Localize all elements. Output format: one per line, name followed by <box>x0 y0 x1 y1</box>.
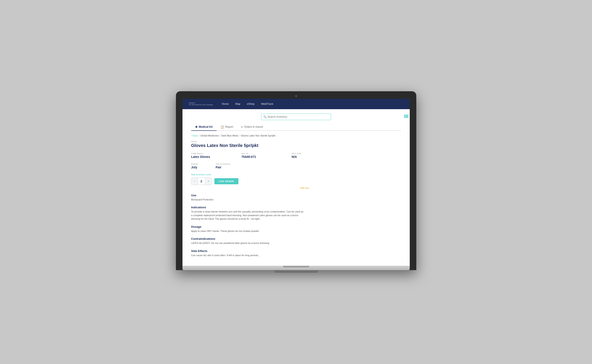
increment-button[interactable]: + <box>206 178 212 185</box>
svg-rect-7 <box>408 114 408 118</box>
search-icon: 🔍 <box>263 115 267 118</box>
laptop-notch <box>283 266 309 267</box>
unit-value: Pair <box>216 166 231 169</box>
indications-section-title: Indications <box>191 206 401 209</box>
quantity-value: 2 <box>198 178 206 185</box>
svg-rect-6 <box>408 114 408 118</box>
contraindications-section-title: Contraindications <box>191 237 401 240</box>
breadcrumb-global-medicines[interactable]: Global Medicines <box>200 134 219 137</box>
svg-rect-0 <box>404 114 405 118</box>
expires-field: Expires July <box>191 163 198 169</box>
breadcrumb-dark-blue-meds[interactable]: Dark Blue Meds <box>221 134 238 137</box>
decrement-button[interactable]: − <box>192 178 198 185</box>
svg-rect-2 <box>405 114 406 118</box>
details-grid: Trade Name Latex Gloves Item ID 75448-07… <box>191 152 401 158</box>
expires-label: Expires <box>191 163 198 165</box>
trade-name-field: Trade Name Latex Gloves <box>191 152 235 158</box>
quantity-stepper: − 2 + <box>191 177 212 185</box>
laptop-screen: MedAire An International SOS company Hom… <box>182 99 410 266</box>
nav-map[interactable]: Map <box>235 102 240 105</box>
breadcrumb: ‹ Back / Global Medicines / Dark Blue Me… <box>191 134 401 137</box>
item-id-value: 75448-071 <box>241 155 285 158</box>
use-section-text: Biohazard Protection <box>191 198 305 202</box>
use-all-link[interactable]: USE ALL <box>209 187 401 189</box>
mca-code-field: MCA code N/A <box>292 152 335 158</box>
orders-icon: ≡ <box>241 125 243 129</box>
nav-meditrack[interactable]: MediTrack <box>261 102 273 105</box>
side-effects-section-text: Can cause dry skin if used often. If lef… <box>191 254 305 257</box>
indications-section-text: To provide a clean barrier between you a… <box>191 210 305 221</box>
unit-label: Unit of measure <box>216 163 231 165</box>
nav-links: Home Map eShop MediTrack <box>222 102 273 105</box>
log-usage-button[interactable]: LOG USAGE <box>214 178 239 184</box>
nav-home[interactable]: Home <box>222 102 229 105</box>
laptop-base <box>182 266 410 270</box>
name-field-label: Name <box>191 140 401 143</box>
mca-code-label: MCA code <box>292 152 335 155</box>
tab-orders-in-transit[interactable]: ≡ Orders In transit <box>237 124 267 131</box>
expires-value: July <box>191 166 198 169</box>
use-section-title: Use <box>191 194 401 197</box>
unit-field: Unit of measure Pair <box>216 163 231 169</box>
expires-unit-row: Expires July Unit of measure Pair <box>191 163 401 169</box>
mca-code-value: N/A <box>292 155 335 158</box>
logo: MedAire An International SOS company <box>189 102 213 105</box>
report-icon: 📋 <box>220 125 224 129</box>
svg-rect-1 <box>405 114 405 118</box>
tab-report[interactable]: 📋 Report <box>217 124 237 131</box>
inventory-level-label: New Inventory Level <box>191 173 401 176</box>
svg-rect-3 <box>406 114 406 118</box>
dosage-section-title: Dosage <box>191 225 401 228</box>
barcode-scan-button[interactable] <box>403 113 410 121</box>
trade-name-value: Latex Gloves <box>191 155 235 158</box>
breadcrumb-current-item: Gloves Latex Non Sterile 5pr/pkt <box>241 134 275 137</box>
main-content: 🔍 <box>182 109 410 266</box>
svg-rect-4 <box>406 114 407 118</box>
search-input[interactable] <box>261 114 331 120</box>
item-id-field: Item ID 75448-071 <box>241 152 285 158</box>
medical-kit-icon: ✚ <box>195 125 198 129</box>
back-link[interactable]: ‹ Back <box>191 134 198 137</box>
search-wrapper: 🔍 <box>261 114 331 120</box>
svg-rect-5 <box>407 114 407 118</box>
nav-eshop[interactable]: eShop <box>247 102 255 105</box>
tab-medical-kit[interactable]: ✚ Medical Kit <box>191 124 217 131</box>
laptop-camera <box>295 95 297 97</box>
item-name: Gloves Latex Non Sterile 5pr/pkt <box>191 143 401 148</box>
trade-name-label: Trade Name <box>191 152 235 155</box>
item-id-label: Item ID <box>241 152 285 155</box>
contraindications-section-text: LATEX ALLERGY. Do not use powdered latex… <box>191 241 305 245</box>
side-effects-section-title: Side Effects <box>191 249 401 253</box>
laptop-stand <box>274 270 318 273</box>
navbar: MedAire An International SOS company Hom… <box>182 99 410 109</box>
dosage-section-text: Apply to clean DRY hands. These gloves d… <box>191 229 305 233</box>
tab-bar: ✚ Medical Kit 📋 Report ≡ Orders In trans… <box>191 124 401 131</box>
inventory-controls: − 2 + LOG USAGE <box>191 177 401 185</box>
search-row: 🔍 <box>191 114 401 120</box>
